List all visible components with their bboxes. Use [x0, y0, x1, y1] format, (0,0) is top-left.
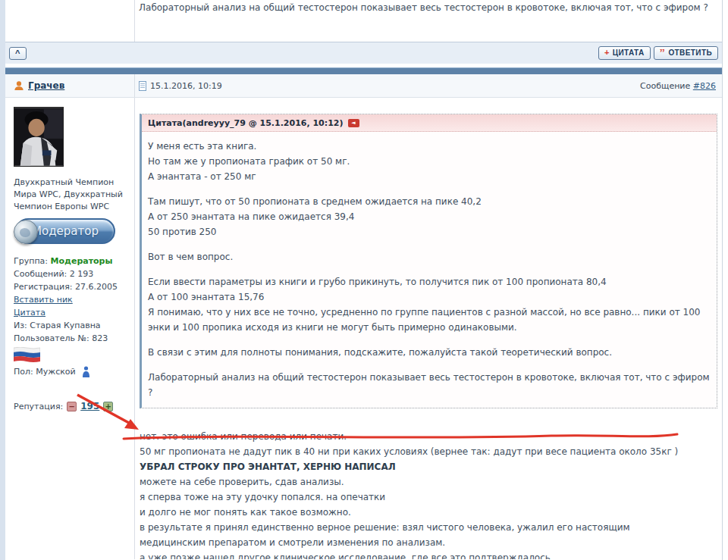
quote-line — [148, 239, 711, 249]
reputation-minus-button[interactable]: − — [67, 402, 77, 411]
member-gender: Пол: Мужской — [14, 365, 128, 378]
reply-label: ОТВЕТИТЬ — [668, 48, 712, 57]
author-sidebar: Двухкратный Чемпион Мира WPC, Двухкратны… — [5, 98, 135, 559]
quote-line: Если ввести параметры из книги и грубо п… — [148, 274, 711, 289]
quote-link[interactable]: Цитата — [14, 306, 128, 319]
document-icon — [139, 81, 146, 91]
reputation-value-link[interactable]: 195 — [80, 400, 99, 413]
previous-post-text: Лабораторный анализ на общий тестостерон… — [135, 0, 722, 14]
quote-line — [148, 264, 711, 274]
user-icon — [14, 80, 24, 91]
reply-button[interactable]: ” ОТВЕТИТЬ — [654, 46, 718, 60]
reply-line: и долго не мог понять как такое возможно… — [140, 505, 687, 520]
globe-icon — [14, 220, 38, 244]
snapback-icon[interactable]: ◄ — [348, 119, 359, 127]
member-registered: Регистрация: 27.6.2005 — [14, 280, 128, 293]
collapse-icon: ^ — [15, 49, 20, 58]
collapse-post-button[interactable]: ^ — [9, 47, 27, 60]
reply-line-bold: УБРАЛ СТРОКУ ПРО ЭНАНТАТ, ХЕРНЮ НАПИСАЛ — [140, 459, 687, 474]
reply-line: а уже позже нашел другое клиническое исс… — [140, 550, 687, 559]
post-separator-bar — [5, 67, 722, 74]
insert-nick-link[interactable]: Вставить ник — [14, 293, 128, 306]
previous-post-tail: Лабораторный анализ на общий тестостерон… — [5, 0, 722, 42]
post-action-bar: ^ + ЦИТАТА ” ОТВЕТИТЬ — [5, 42, 722, 64]
quote-line: 50 против 250 — [148, 224, 711, 239]
quote-line — [148, 360, 711, 370]
quote-line: Вот в чем вопрос. — [148, 249, 711, 264]
quote-line: В связи с этим для полноты понимания, по… — [148, 345, 711, 360]
quote-line — [148, 335, 711, 345]
quote-line: Я понимаю, что у них все не точно, усред… — [148, 305, 711, 335]
member-info: Группа: Модераторы Сообщений: 2 193 Реги… — [14, 255, 128, 413]
reply-line: в результате я принял единственно верное… — [140, 520, 687, 550]
reputation-plus-button[interactable]: + — [103, 402, 113, 411]
reply-line: можете на себе проверить, сдав анализы. — [140, 474, 687, 490]
quote-header-text: Цитата(andreyyy_79 @ 15.1.2016, 10:12) — [148, 118, 344, 128]
post-body: Цитата(andreyyy_79 @ 15.1.2016, 10:12) ◄… — [135, 98, 722, 559]
reply-line-annotated: 50 мг пропионата не дадут пик в 40 ни пр… — [140, 444, 687, 459]
reply-line: я сперва тоже на эту удочку попался. на … — [140, 490, 687, 505]
quote-marks-icon: ” — [660, 49, 666, 56]
message-number-link[interactable]: #826 — [693, 81, 716, 91]
member-reputation: Репутация: − 195 + — [14, 400, 128, 413]
quote-line: Лабораторный анализ на общий тестостерон… — [148, 370, 711, 400]
quote-line — [148, 184, 711, 194]
avatar — [14, 107, 64, 167]
reputation-label: Репутация: — [14, 400, 63, 413]
post-header: Грачев 15.1.2016, 10:19 Сообщение #826 — [5, 74, 722, 98]
post-date: 15.1.2016, 10:19 — [150, 81, 222, 91]
quote-line: А от 100 энантата 15,76 — [148, 289, 711, 305]
moderator-badge-label: Модератор — [32, 225, 99, 238]
minus-icon: − — [69, 400, 75, 413]
post-author-link[interactable]: Грачев — [28, 80, 64, 91]
quote-line: А от 250 энантата на пике ожидается 39,4 — [148, 209, 711, 224]
member-group: Группа: Модераторы — [14, 255, 128, 267]
page-left-margin — [0, 0, 5, 560]
post-content-row: Двухкратный Чемпион Мира WPC, Двухкратны… — [5, 98, 722, 559]
quote-line: У меня есть эта книга. — [148, 139, 711, 154]
forum-page: Лабораторный анализ на общий тестостерон… — [0, 0, 728, 560]
plus-icon: + — [604, 49, 610, 56]
message-label: Сообщение — [640, 81, 690, 91]
quote-block: Цитата(andreyyy_79 @ 15.1.2016, 10:12) ◄… — [140, 114, 717, 408]
gender-label: Пол: Мужской — [14, 365, 76, 378]
male-icon — [82, 366, 90, 377]
quote-line: Там пишут, что от 50 пропионата в средне… — [148, 194, 711, 209]
quote-line: Но там же у пропионата график от 50 мг. — [148, 154, 711, 169]
member-post-count: Сообщений: 2 193 — [14, 267, 128, 280]
forum-content: Лабораторный анализ на общий тестостерон… — [5, 0, 723, 560]
reply-line: нет. это ошибка или перевода или печати. — [140, 429, 687, 444]
quote-line: А энантата - от 250 мг — [148, 169, 711, 184]
reply-text: нет. это ошибка или перевода или печати.… — [140, 429, 717, 559]
quote-body: У меня есть эта книга. Но там же у пропи… — [142, 132, 717, 408]
member-location: Из: Старая Купавна — [14, 319, 128, 332]
previous-post-sidebar-spacer — [5, 0, 135, 42]
moderator-badge: Модератор — [15, 218, 115, 244]
member-number: Пользователь №: 823 — [14, 332, 128, 345]
group-label: Группа: — [14, 256, 48, 266]
group-value: Модераторы — [51, 256, 113, 266]
add-quote-button[interactable]: + ЦИТАТА — [598, 46, 651, 60]
add-quote-label: ЦИТАТА — [613, 48, 645, 57]
russia-flag-icon — [14, 347, 40, 362]
member-title: Двухкратный Чемпион Мира WPC, Двухкратны… — [14, 177, 129, 213]
quote-header: Цитата(andreyyy_79 @ 15.1.2016, 10:12) ◄ — [142, 114, 717, 132]
plus-icon: + — [105, 400, 111, 413]
